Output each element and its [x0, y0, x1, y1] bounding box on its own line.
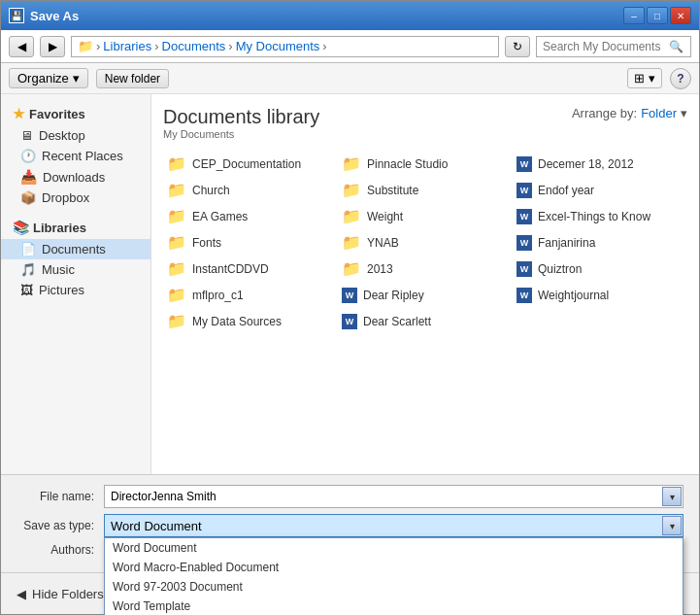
- file-name: Weightjournal: [538, 289, 609, 302]
- sidebar-item-music-label: Music: [42, 262, 75, 277]
- lib-icon: 📚: [13, 220, 29, 235]
- file-name: mflpro_c1: [192, 289, 244, 302]
- refresh-button[interactable]: ↻: [505, 36, 530, 57]
- path-my-documents[interactable]: My Documents: [236, 39, 320, 53]
- list-item[interactable]: 📁Substitute: [338, 178, 513, 202]
- list-item[interactable]: 📁Fonts: [163, 230, 338, 255]
- title-bar-buttons: – □ ✕: [623, 7, 691, 24]
- pictures-icon: 🖼: [20, 283, 33, 297]
- sidebar-item-dropbox[interactable]: 📦 Dropbox: [1, 188, 150, 208]
- path-documents[interactable]: Documents: [162, 39, 226, 53]
- maximize-button[interactable]: □: [647, 7, 668, 24]
- organize-label: Organize: [17, 71, 69, 85]
- libraries-section: 📚 Libraries 📄 Documents 🎵 Music 🖼 Pictur…: [1, 216, 150, 300]
- search-box[interactable]: 🔍: [536, 36, 691, 57]
- path-arrow-3: ›: [228, 39, 232, 53]
- sidebar-item-desktop[interactable]: 🖥 Desktop: [1, 125, 150, 146]
- sidebar-item-recent[interactable]: 🕐 Recent Places: [1, 146, 150, 166]
- path-libraries[interactable]: Libraries: [103, 39, 151, 53]
- file-name: Quiztron: [538, 262, 582, 276]
- list-item[interactable]: 📁2013: [338, 256, 513, 281]
- back-button[interactable]: ◀: [9, 36, 34, 57]
- list-item[interactable]: 📁Church: [163, 178, 338, 202]
- sidebar-item-pictures[interactable]: 🖼 Pictures: [1, 280, 150, 300]
- list-item[interactable]: WQuiztron: [513, 256, 687, 281]
- list-item[interactable]: WDear Scarlett: [338, 309, 513, 333]
- new-folder-button[interactable]: New folder: [96, 69, 169, 88]
- title-bar-title: Save As: [30, 9, 623, 23]
- list-item[interactable]: 📁My Data Sources: [163, 309, 338, 333]
- forward-button[interactable]: ▶: [40, 36, 65, 57]
- documents-icon: 📄: [20, 242, 36, 256]
- sidebar-item-music[interactable]: 🎵 Music: [1, 259, 150, 280]
- word-icon: W: [517, 261, 532, 277]
- dropdown-option[interactable]: Word Macro-Enabled Document: [105, 558, 683, 577]
- view-button[interactable]: ⊞ ▾: [627, 68, 662, 88]
- downloads-folder-icon: 📥: [20, 169, 37, 185]
- list-item[interactable]: WEndof year: [513, 178, 687, 202]
- folder-icon: 📁: [167, 286, 186, 304]
- savetype-dropdown-arrow[interactable]: ▾: [662, 516, 682, 535]
- file-name: EA Games: [192, 210, 248, 223]
- file-name: Fanjanirina: [538, 236, 595, 250]
- folder-icon: 📁: [167, 207, 186, 225]
- file-name: Dear Ripley: [363, 289, 424, 302]
- organize-button[interactable]: Organize ▾: [9, 68, 88, 88]
- dropdown-option[interactable]: Word Template: [105, 597, 683, 615]
- savetype-select[interactable]: Word Document: [104, 514, 683, 537]
- word-icon: W: [342, 314, 357, 329]
- close-button[interactable]: ✕: [670, 7, 691, 24]
- list-item[interactable]: 📁InstantCDDVD: [163, 256, 338, 281]
- list-item[interactable]: WFanjanirina: [513, 230, 687, 255]
- list-item[interactable]: 📁Weight: [338, 204, 513, 228]
- savetype-value: Word Document: [111, 519, 202, 533]
- sidebar-item-pictures-label: Pictures: [39, 283, 84, 297]
- address-path[interactable]: 📁 › Libraries › Documents › My Documents…: [71, 36, 499, 57]
- hide-folders-label: Hide Folders: [32, 587, 104, 601]
- sidebar-item-documents[interactable]: 📄 Documents: [1, 239, 150, 259]
- file-name: Decemer 18, 2012: [538, 157, 634, 171]
- dialog-icon: 💾: [9, 8, 24, 23]
- dropdown-option[interactable]: Word 97-2003 Document: [105, 577, 683, 597]
- filename-input[interactable]: [104, 485, 683, 508]
- savetype-label: Save as type:: [17, 519, 104, 532]
- file-name: CEP_Documentation: [192, 157, 301, 171]
- arrange-by: Arrange by: Folder ▾: [572, 106, 687, 120]
- help-button[interactable]: ?: [670, 68, 691, 89]
- organize-arrow-icon: ▾: [73, 71, 80, 85]
- list-item[interactable]: 📁mflpro_c1: [163, 283, 338, 307]
- file-name: Weight: [367, 210, 403, 223]
- search-input[interactable]: [543, 40, 669, 53]
- word-icon: W: [517, 183, 532, 198]
- sidebar-item-downloads[interactable]: 📥 Downloads: [1, 166, 150, 188]
- sidebar-item-recent-label: Recent Places: [42, 149, 123, 163]
- minimize-button[interactable]: –: [623, 7, 645, 24]
- search-icon: 🔍: [669, 40, 683, 53]
- word-icon: W: [517, 235, 532, 251]
- filename-dropdown-arrow[interactable]: ▾: [662, 487, 682, 506]
- list-item[interactable]: 📁YNAB: [338, 230, 513, 255]
- file-name: InstantCDDVD: [192, 262, 269, 276]
- dropdown-option[interactable]: Word Document: [105, 538, 683, 558]
- filename-row: File name: ▾: [17, 485, 683, 508]
- list-item[interactable]: WDecemer 18, 2012: [513, 152, 687, 176]
- arrange-by-link[interactable]: Folder: [641, 106, 677, 120]
- file-name: Endof year: [538, 184, 594, 197]
- sidebar-item-downloads-label: Downloads: [43, 170, 105, 185]
- list-item[interactable]: 📁CEP_Documentation: [163, 152, 338, 176]
- star-icon: ★: [13, 106, 25, 121]
- folder-icon: 📁: [342, 154, 361, 173]
- sidebar-item-dropbox-label: Dropbox: [42, 190, 89, 205]
- list-item[interactable]: WWeightjournal: [513, 283, 687, 307]
- list-item[interactable]: 📁EA Games: [163, 204, 338, 228]
- list-item[interactable]: WDear Ripley: [338, 283, 513, 307]
- folder-icon: 📁: [167, 154, 186, 173]
- list-item[interactable]: 📁Pinnacle Studio: [338, 152, 513, 176]
- folder-icon: 📁: [342, 259, 361, 278]
- arrange-by-label: Arrange by:: [572, 106, 637, 120]
- form-area: File name: ▾ Save as type: Word Document…: [1, 474, 699, 572]
- save-as-dialog: 💾 Save As – □ ✕ ◀ ▶ 📁 › Libraries › Docu…: [0, 0, 700, 615]
- favorites-section: ★ Favorites 🖥 Desktop 🕐 Recent Places 📥 …: [1, 102, 150, 208]
- list-item[interactable]: WExcel-Things to Know: [513, 204, 687, 228]
- dropbox-icon: 📦: [20, 190, 36, 205]
